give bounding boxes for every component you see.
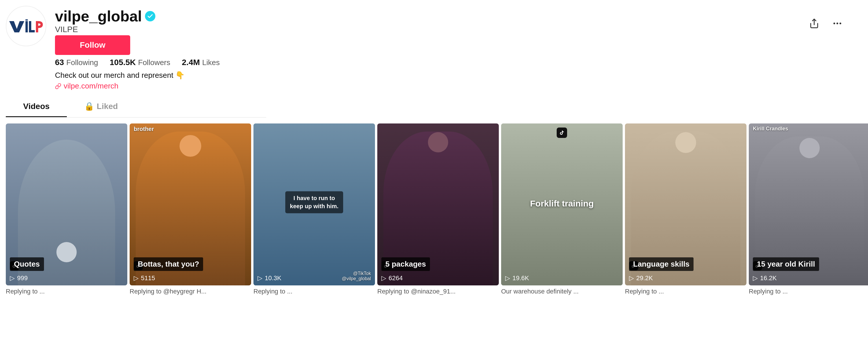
svg-point-1 <box>834 23 835 24</box>
video-caption: Replying to ... <box>253 285 375 296</box>
video-caption: Replying to ... <box>749 285 868 296</box>
followers-label: Followers <box>138 58 170 67</box>
video-overlay: 5 packages ▷ 6264 <box>377 254 499 285</box>
page-wrapper: vilpe_global VILPE Follow 63 Following 1 <box>0 0 868 308</box>
video-card[interactable]: brother Bottas, that you? ▷ 5115 Replyin… <box>130 124 251 296</box>
video-thumbnail: Language skills ▷ 29.2K <box>625 124 746 285</box>
video-thumbnail: Quotes ▷ 999 <box>6 124 127 285</box>
play-icon: ▷ <box>257 274 262 282</box>
video-title: Language skills <box>629 257 693 271</box>
tabs-row: Videos 🔒 Liked <box>6 96 266 118</box>
video-caption: Replying to ... <box>6 285 127 296</box>
display-name: VILPE <box>55 25 220 34</box>
play-count: ▷ 5115 <box>134 274 247 282</box>
svg-rect-9 <box>36 21 38 32</box>
followers-stat: 105.5K Followers <box>110 58 170 67</box>
videos-grid: Quotes ▷ 999 Replying to ... brother <box>6 118 862 302</box>
bio-link[interactable]: vilpe.com/merch <box>55 81 220 91</box>
video-caption: Our warehouse definitely ... <box>501 285 623 296</box>
following-count: 63 <box>55 58 64 67</box>
followers-count: 105.5K <box>110 58 136 67</box>
avatar <box>6 6 46 46</box>
video-thumbnail: brother Bottas, that you? ▷ 5115 <box>130 124 251 285</box>
username-row: vilpe_global <box>55 7 220 25</box>
video-title: Quotes <box>10 257 44 271</box>
svg-rect-6 <box>26 21 28 32</box>
svg-point-2 <box>836 23 838 24</box>
likes-stat: 2.4M Likes <box>182 58 220 67</box>
following-label: Following <box>66 58 98 67</box>
video-caption: Replying to @ninazoe_91... <box>377 285 499 296</box>
play-count: ▷ 10.3K <box>257 274 371 282</box>
follow-button[interactable]: Follow <box>55 35 130 55</box>
play-icon: ▷ <box>10 274 15 282</box>
bio-text: Check out our merch and represent 👇 <box>55 70 220 80</box>
video-thumbnail: 5 packages ▷ 6264 <box>377 124 499 285</box>
tab-videos[interactable]: Videos <box>6 96 67 117</box>
play-icon: ▷ <box>505 274 510 282</box>
bio-link-text: vilpe.com/merch <box>64 81 118 91</box>
lock-icon: 🔒 <box>84 101 94 111</box>
tab-liked[interactable]: 🔒 Liked <box>67 96 135 117</box>
video-thumbnail: I have to run to keep up with him. @TikT… <box>253 124 375 285</box>
share-button[interactable] <box>807 16 822 33</box>
play-count: ▷ 16.2K <box>753 274 866 282</box>
play-icon: ▷ <box>134 274 138 282</box>
video-card[interactable]: Quotes ▷ 999 Replying to ... <box>6 124 127 296</box>
video-overlay: ▷ 10.3K <box>253 270 375 285</box>
svg-rect-10 <box>26 20 28 21</box>
profile-avatar <box>6 6 46 46</box>
following-stat: 63 Following <box>55 58 98 67</box>
play-count: ▷ 29.2K <box>629 274 742 282</box>
svg-rect-8 <box>29 30 35 32</box>
video-overlay: Bottas, that you? ▷ 5115 <box>130 254 251 285</box>
video-card[interactable]: Kirill Crandles 15 year old Kirill ▷ 16.… <box>749 124 868 296</box>
svg-point-3 <box>840 23 841 24</box>
video-card[interactable]: Forklift training ▷ 19.6K Our warehouse … <box>501 124 623 296</box>
video-overlay: 15 year old Kirill ▷ 16.2K <box>749 254 868 285</box>
video-thumbnail: Forklift training ▷ 19.6K <box>501 124 623 285</box>
username: vilpe_global <box>55 7 142 25</box>
stats-row: 63 Following 105.5K Followers 2.4M Likes <box>55 55 220 70</box>
likes-label: Likes <box>202 58 220 67</box>
verified-badge <box>145 11 155 22</box>
play-count: ▷ 19.6K <box>505 274 619 282</box>
video-overlay: Language skills ▷ 29.2K <box>625 254 746 285</box>
video-overlay: ▷ 19.6K <box>501 270 623 285</box>
profile-section: vilpe_global VILPE Follow 63 Following 1 <box>6 6 862 91</box>
play-icon: ▷ <box>753 274 758 282</box>
play-icon: ▷ <box>381 274 386 282</box>
video-thumbnail: Kirill Crandles 15 year old Kirill ▷ 16.… <box>749 124 868 285</box>
video-caption: Replying to ... <box>625 285 746 296</box>
video-card[interactable]: Language skills ▷ 29.2K Replying to ... <box>625 124 746 296</box>
more-options-button[interactable] <box>830 16 845 33</box>
play-count: ▷ 6264 <box>381 274 495 282</box>
play-count: ▷ 999 <box>10 274 123 282</box>
action-buttons <box>807 16 845 33</box>
likes-count: 2.4M <box>182 58 200 67</box>
video-card[interactable]: 5 packages ▷ 6264 Replying to @ninazoe_9… <box>377 124 499 296</box>
video-overlay: Quotes ▷ 999 <box>6 254 127 285</box>
video-title: Bottas, that you? <box>134 257 203 271</box>
profile-details: vilpe_global VILPE Follow 63 Following 1 <box>55 6 220 91</box>
video-title: 5 packages <box>381 257 430 271</box>
video-caption: Replying to @heygregr H... <box>130 285 251 296</box>
play-icon: ▷ <box>629 274 634 282</box>
video-card[interactable]: I have to run to keep up with him. @TikT… <box>253 124 375 296</box>
video-title: 15 year old Kirill <box>753 257 819 271</box>
